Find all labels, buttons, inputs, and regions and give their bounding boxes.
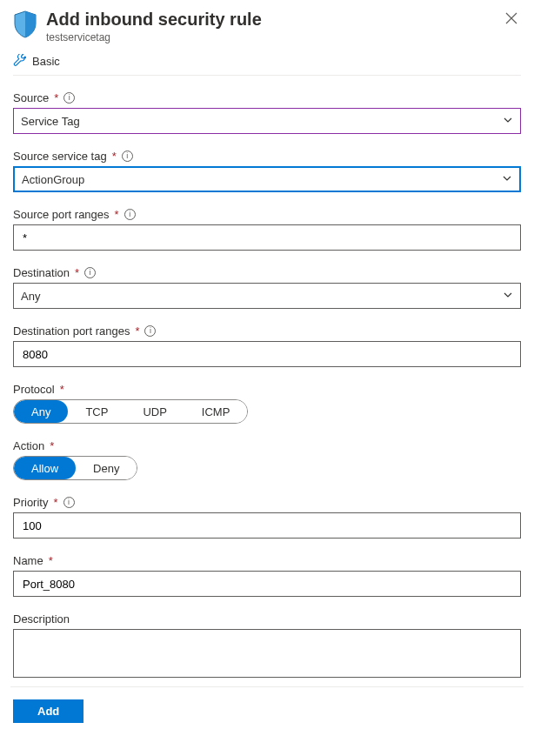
source-service-tag-select[interactable]: ActionGroup [13, 166, 521, 192]
chevron-down-icon [503, 115, 513, 128]
info-icon[interactable]: i [144, 325, 156, 337]
action-group: Allow Deny [13, 456, 137, 480]
priority-label: Priority [13, 496, 48, 509]
required-indicator: * [75, 266, 79, 279]
action-label: Action [13, 439, 44, 452]
protocol-option-any[interactable]: Any [14, 400, 68, 423]
source-port-ranges-label: Source port ranges [13, 208, 110, 221]
source-label: Source [13, 91, 49, 104]
destination-port-ranges-field[interactable] [13, 341, 521, 367]
close-icon [505, 12, 517, 27]
required-indicator: * [135, 324, 139, 338]
source-port-ranges-field[interactable] [13, 224, 521, 251]
info-icon[interactable]: i [124, 209, 136, 220]
action-option-allow[interactable]: Allow [14, 457, 76, 479]
wrench-icon [13, 54, 27, 68]
toolbar-basic-label: Basic [32, 55, 60, 68]
protocol-option-icmp[interactable]: ICMP [184, 400, 248, 423]
page-subtitle: testservicetag [46, 31, 493, 43]
chevron-down-icon [502, 173, 512, 186]
priority-input[interactable] [21, 518, 513, 533]
source-service-tag-label: Source service tag [13, 150, 107, 163]
protocol-option-tcp[interactable]: TCP [68, 400, 125, 423]
info-icon[interactable]: i [63, 92, 75, 104]
protocol-option-udp[interactable]: UDP [125, 400, 184, 423]
toolbar-basic[interactable]: Basic [13, 49, 521, 76]
protocol-label: Protocol [13, 383, 55, 396]
chevron-down-icon [503, 290, 513, 303]
description-input[interactable] [13, 629, 521, 678]
shield-icon [13, 9, 37, 41]
source-value: Service Tag [21, 115, 80, 128]
priority-field[interactable] [13, 512, 521, 539]
required-indicator: * [115, 208, 119, 221]
info-icon[interactable]: i [84, 267, 96, 278]
action-option-deny[interactable]: Deny [76, 457, 137, 479]
required-indicator: * [53, 496, 57, 509]
name-input[interactable] [21, 577, 513, 592]
destination-select[interactable]: Any [13, 283, 521, 309]
destination-port-ranges-label: Destination port ranges [13, 324, 130, 338]
destination-port-ranges-input[interactable] [21, 347, 513, 362]
info-icon[interactable]: i [122, 151, 133, 162]
name-field[interactable] [13, 571, 521, 597]
info-icon[interactable]: i [63, 497, 75, 508]
source-port-ranges-input[interactable] [21, 231, 513, 245]
add-button[interactable]: Add [13, 699, 83, 723]
required-indicator: * [49, 554, 53, 567]
source-select[interactable]: Service Tag [13, 108, 521, 134]
name-label: Name [13, 554, 43, 567]
required-indicator: * [50, 439, 54, 452]
required-indicator: * [60, 383, 64, 396]
required-indicator: * [54, 91, 58, 104]
protocol-group: Any TCP UDP ICMP [13, 399, 248, 424]
destination-value: Any [21, 290, 40, 303]
destination-label: Destination [13, 266, 70, 279]
required-indicator: * [112, 150, 117, 163]
close-button[interactable] [502, 9, 521, 30]
page-title: Add inbound security rule [46, 9, 493, 30]
source-service-tag-value: ActionGroup [22, 173, 84, 186]
description-label: Description [13, 612, 70, 626]
